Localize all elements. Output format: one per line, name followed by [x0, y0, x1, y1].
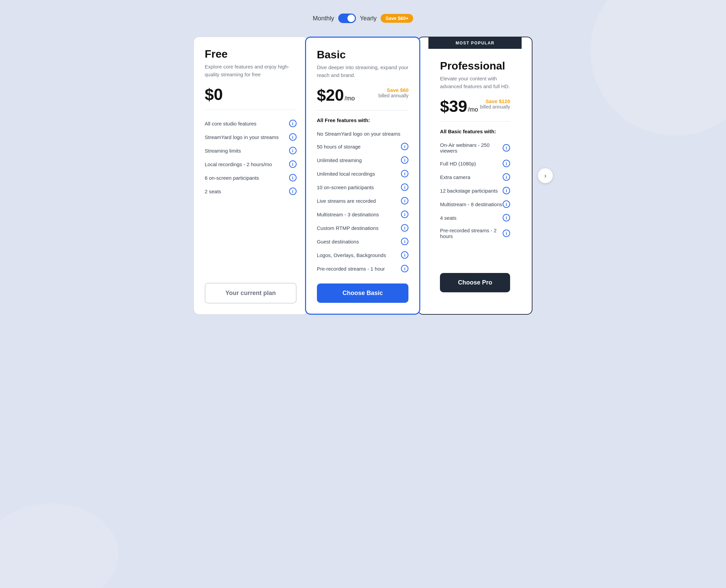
feature-item: No StreamYard logo on your streams [317, 128, 409, 140]
feature-item: Multistream - 3 destinationsi [317, 208, 409, 221]
feature-item: Streaming limitsi [205, 144, 297, 157]
feature-text: Multistream - 3 destinations [317, 212, 379, 217]
free-divider [205, 110, 297, 110]
info-icon[interactable]: i [401, 224, 408, 232]
billing-toggle-switch[interactable] [338, 14, 356, 23]
basic-save-text: Save $60 [379, 87, 409, 93]
pro-plan-description: Elevate your content with advanced featu… [440, 75, 510, 90]
info-icon[interactable]: i [289, 188, 297, 195]
feature-item: 2 seatsi [205, 184, 297, 198]
info-icon[interactable]: i [503, 187, 510, 194]
feature-text: Logos, Overlays, Backgrounds [317, 252, 386, 258]
info-icon[interactable]: i [289, 133, 297, 141]
pro-feature-list: On-Air webinars - 250 viewersiFull HD (1… [440, 139, 510, 265]
feature-text: Live streams are recorded [317, 198, 376, 204]
feature-item: Unlimited local recordingsi [317, 167, 409, 180]
info-icon[interactable]: i [503, 144, 510, 152]
info-icon[interactable]: i [401, 170, 408, 177]
next-arrow[interactable]: › [538, 168, 553, 183]
basic-plan-name: Basic [317, 48, 409, 61]
basic-price-right: Save $60 billed annually [379, 87, 409, 98]
feature-text: 50 hours of storage [317, 144, 361, 150]
feature-text: 4 seats [440, 215, 456, 221]
feature-text: No StreamYard logo on your streams [317, 131, 401, 137]
basic-features-header: All Free features with: [317, 117, 409, 123]
free-price-left: $0 [205, 86, 223, 103]
feature-item: Unlimited streamingi [317, 153, 409, 167]
free-feature-list: All core studio featuresiStreamYard logo… [205, 117, 297, 275]
info-icon[interactable]: i [401, 265, 408, 272]
pro-price-right: Save $120 billed annually [480, 98, 510, 110]
basic-divider [317, 110, 409, 111]
info-icon[interactable]: i [401, 156, 408, 164]
info-icon[interactable]: i [503, 230, 510, 237]
feature-text: Multistream - 8 destinations [440, 201, 502, 207]
plans-container: Free Explore core features and enjoy hig… [194, 37, 532, 315]
yearly-label: Yearly [360, 15, 377, 22]
pro-divider [440, 121, 510, 122]
save-badge: Save $60+ [381, 14, 413, 23]
info-icon[interactable]: i [289, 160, 297, 168]
info-icon[interactable]: i [503, 173, 510, 181]
most-popular-banner: MOST POPULAR [428, 37, 522, 49]
feature-text: Pre-recorded streams - 1 hour [317, 266, 385, 272]
feature-text: 2 seats [205, 189, 221, 194]
feature-text: Pre-recorded streams - 2 hours [440, 228, 503, 239]
feature-item: All core studio featuresi [205, 117, 297, 130]
feature-item: Custom RTMP destinationsi [317, 221, 409, 235]
feature-text: Full HD (1080p) [440, 161, 476, 166]
info-icon[interactable]: i [401, 143, 408, 150]
feature-item: 10 on-screen participantsi [317, 180, 409, 194]
info-icon[interactable]: i [289, 174, 297, 181]
pro-price-amount: $39 [440, 98, 467, 115]
feature-item: Extra camerai [440, 170, 510, 184]
feature-item: 6 on-screen participantsi [205, 171, 297, 184]
feature-item: On-Air webinars - 250 viewersi [440, 139, 510, 157]
pro-cta-button[interactable]: Choose Pro [440, 273, 510, 292]
pro-price-left: $39 /mo [440, 98, 478, 115]
pro-price-row: $39 /mo Save $120 billed annually [440, 98, 510, 115]
toggle-knob [347, 15, 355, 22]
feature-text: Local recordings - 2 hours/mo [205, 161, 272, 167]
pro-price-mo: /mo [468, 106, 478, 113]
pro-plan-card: MOST POPULAR Professional Elevate your c… [418, 37, 532, 315]
feature-item: Full HD (1080p)i [440, 157, 510, 170]
basic-plan-card: Basic Dive deeper into streaming, expand… [305, 37, 421, 315]
feature-text: Unlimited streaming [317, 157, 362, 163]
free-cta-button[interactable]: Your current plan [205, 283, 297, 303]
pro-save-text: Save $120 [480, 98, 510, 104]
feature-text: Extra camera [440, 174, 470, 180]
feature-item: Logos, Overlays, Backgroundsi [317, 248, 409, 262]
feature-text: Unlimited local recordings [317, 171, 375, 177]
info-icon[interactable]: i [503, 214, 510, 221]
feature-item: 12 backstage participantsi [440, 184, 510, 197]
free-price-row: $0 [205, 86, 297, 103]
info-icon[interactable]: i [503, 160, 510, 167]
basic-plan-description: Dive deeper into streaming, expand your … [317, 64, 409, 79]
feature-item: Pre-recorded streams - 2 hoursi [440, 224, 510, 242]
info-icon[interactable]: i [401, 211, 408, 218]
info-icon[interactable]: i [289, 147, 297, 154]
info-icon[interactable]: i [503, 200, 510, 208]
pro-plan-name: Professional [440, 60, 510, 72]
feature-text: Streaming limits [205, 148, 241, 154]
basic-cta-button[interactable]: Choose Basic [317, 283, 409, 303]
feature-text: StreamYard logo in your streams [205, 134, 279, 140]
feature-text: On-Air webinars - 250 viewers [440, 142, 503, 154]
pro-features-header: All Basic features with: [440, 129, 510, 134]
info-icon[interactable]: i [289, 120, 297, 127]
feature-item: Live streams are recordedi [317, 194, 409, 208]
feature-text: Custom RTMP destinations [317, 225, 379, 231]
feature-item: Multistream - 8 destinationsi [440, 197, 510, 211]
info-icon[interactable]: i [401, 197, 408, 204]
basic-feature-list: No StreamYard logo on your streams50 hou… [317, 128, 409, 275]
free-plan-name: Free [205, 48, 297, 60]
info-icon[interactable]: i [401, 251, 408, 259]
feature-text: All core studio features [205, 121, 257, 126]
info-icon[interactable]: i [401, 238, 408, 245]
feature-item: 4 seatsi [440, 211, 510, 224]
free-price-amount: $0 [205, 86, 223, 103]
feature-item: Pre-recorded streams - 1 houri [317, 262, 409, 275]
info-icon[interactable]: i [401, 183, 408, 191]
feature-text: 12 backstage participants [440, 188, 498, 194]
